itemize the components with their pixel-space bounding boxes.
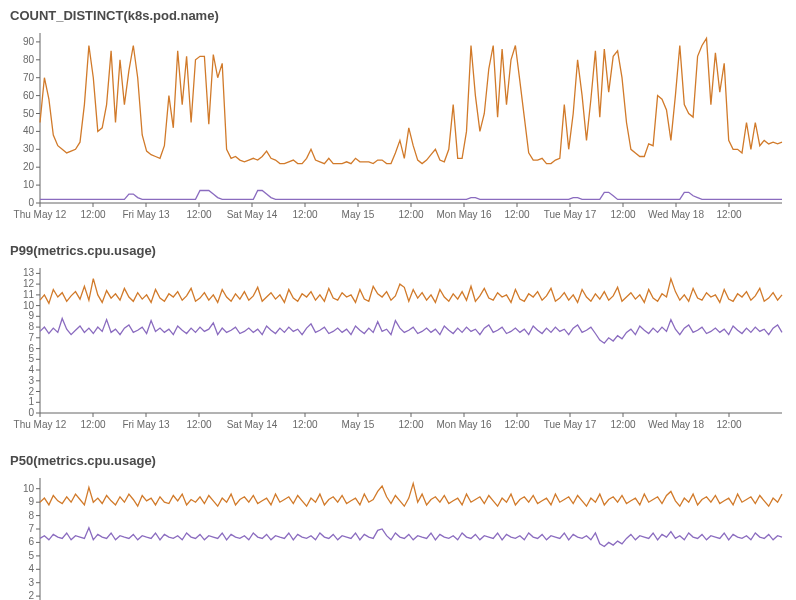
svg-text:30: 30 xyxy=(23,143,35,154)
svg-text:4: 4 xyxy=(28,364,34,375)
svg-text:12:00: 12:00 xyxy=(504,209,529,220)
svg-text:7: 7 xyxy=(28,332,34,343)
x-axis: Thu May 1212:00Fri May 1312:00Sat May 14… xyxy=(14,203,782,220)
svg-text:Mon May 16: Mon May 16 xyxy=(436,419,491,430)
y-axis: 012345678910 xyxy=(23,478,40,600)
svg-text:5: 5 xyxy=(28,353,34,364)
svg-text:4: 4 xyxy=(28,563,34,574)
svg-text:50: 50 xyxy=(23,108,35,119)
svg-text:2: 2 xyxy=(28,590,34,600)
svg-text:12:00: 12:00 xyxy=(504,419,529,430)
line-series-a xyxy=(40,38,782,163)
svg-text:Wed May 18: Wed May 18 xyxy=(648,419,704,430)
chart-p50-cpu: P50(metrics.cpu.usage) 012345678910 Thu … xyxy=(8,453,788,600)
svg-text:80: 80 xyxy=(23,54,35,65)
svg-text:Thu May 12: Thu May 12 xyxy=(14,209,67,220)
chart-title: P50(metrics.cpu.usage) xyxy=(10,453,788,468)
svg-text:12:00: 12:00 xyxy=(716,419,741,430)
svg-text:0: 0 xyxy=(28,197,34,208)
line-series-b xyxy=(40,528,782,547)
svg-text:5: 5 xyxy=(28,550,34,561)
svg-text:11: 11 xyxy=(23,289,35,300)
svg-text:3: 3 xyxy=(28,577,34,588)
line-series-a xyxy=(40,483,782,506)
svg-text:12:00: 12:00 xyxy=(80,419,105,430)
svg-text:10: 10 xyxy=(23,300,35,311)
svg-text:70: 70 xyxy=(23,72,35,83)
y-axis: 0102030405060708090 xyxy=(23,33,40,208)
svg-text:May 15: May 15 xyxy=(342,419,375,430)
svg-text:May 15: May 15 xyxy=(342,209,375,220)
svg-text:90: 90 xyxy=(23,36,35,47)
svg-text:7: 7 xyxy=(28,523,34,534)
svg-text:8: 8 xyxy=(28,321,34,332)
svg-text:2: 2 xyxy=(28,386,34,397)
x-axis: Thu May 1212:00Fri May 1312:00Sat May 14… xyxy=(14,413,782,430)
chart-title: P99(metrics.cpu.usage) xyxy=(10,243,788,258)
svg-text:Sat May 14: Sat May 14 xyxy=(227,419,278,430)
svg-text:12:00: 12:00 xyxy=(610,209,635,220)
svg-text:12:00: 12:00 xyxy=(292,209,317,220)
chart-p99-cpu: P99(metrics.cpu.usage) 01234567891011121… xyxy=(8,243,788,435)
svg-text:12:00: 12:00 xyxy=(186,209,211,220)
svg-text:Tue May 17: Tue May 17 xyxy=(544,419,597,430)
svg-text:Thu May 12: Thu May 12 xyxy=(14,419,67,430)
svg-text:12:00: 12:00 xyxy=(398,419,423,430)
chart-count-distinct: COUNT_DISTINCT(k8s.pod.name) 01020304050… xyxy=(8,8,788,225)
line-series-a xyxy=(40,279,782,304)
svg-text:0: 0 xyxy=(28,407,34,418)
svg-text:Fri May 13: Fri May 13 xyxy=(122,209,170,220)
svg-text:12:00: 12:00 xyxy=(610,419,635,430)
y-axis: 012345678910111213 xyxy=(23,267,40,418)
svg-text:Sat May 14: Sat May 14 xyxy=(227,209,278,220)
chart-plot-area: 0102030405060708090 Thu May 1212:00Fri M… xyxy=(8,27,788,225)
svg-text:Tue May 17: Tue May 17 xyxy=(544,209,597,220)
svg-text:6: 6 xyxy=(28,536,34,547)
svg-text:12:00: 12:00 xyxy=(398,209,423,220)
svg-text:12:00: 12:00 xyxy=(716,209,741,220)
svg-text:6: 6 xyxy=(28,343,34,354)
svg-text:10: 10 xyxy=(23,179,35,190)
svg-text:9: 9 xyxy=(28,310,34,321)
chart-plot-area: 012345678910111213 Thu May 1212:00Fri Ma… xyxy=(8,262,788,435)
svg-text:40: 40 xyxy=(23,125,35,136)
svg-text:1: 1 xyxy=(28,396,34,407)
svg-text:Fri May 13: Fri May 13 xyxy=(122,419,170,430)
chart-title: COUNT_DISTINCT(k8s.pod.name) xyxy=(10,8,788,23)
chart-plot-area: 012345678910 Thu May 1212:00Fri May 1312… xyxy=(8,472,788,600)
svg-text:12:00: 12:00 xyxy=(292,419,317,430)
svg-text:12: 12 xyxy=(23,278,35,289)
line-series-b xyxy=(40,319,782,344)
svg-text:Mon May 16: Mon May 16 xyxy=(436,209,491,220)
svg-text:20: 20 xyxy=(23,161,35,172)
svg-text:3: 3 xyxy=(28,375,34,386)
svg-text:60: 60 xyxy=(23,90,35,101)
svg-text:12:00: 12:00 xyxy=(186,419,211,430)
svg-text:12:00: 12:00 xyxy=(80,209,105,220)
svg-text:10: 10 xyxy=(23,483,35,494)
svg-text:9: 9 xyxy=(28,496,34,507)
svg-text:Wed May 18: Wed May 18 xyxy=(648,209,704,220)
svg-text:13: 13 xyxy=(23,267,35,278)
line-series-b xyxy=(40,191,782,200)
svg-text:8: 8 xyxy=(28,510,34,521)
